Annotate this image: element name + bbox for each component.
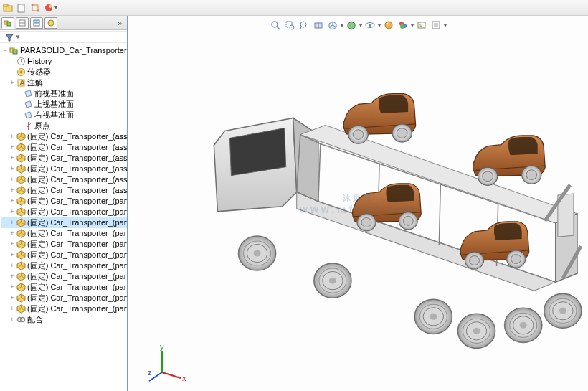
tree-item[interactable]: 右视基准面 [1, 110, 127, 121]
tree-item[interactable]: +(固定) Car_Transporter_(assembled [1, 185, 127, 196]
config-tab[interactable] [16, 17, 29, 29]
sketch-icon[interactable] [29, 1, 42, 14]
tree-label: (固定) Car_Transporter_(part30)<3 [27, 250, 127, 260]
display-tab[interactable] [44, 17, 57, 29]
twist-icon[interactable]: + [9, 217, 16, 228]
tree-item[interactable]: +(固定) Car_Transporter_(assembled [1, 131, 127, 142]
twist-icon[interactable]: + [9, 250, 16, 260]
separator [60, 2, 60, 14]
tree-item[interactable]: +(固定) Car_Transporter_(assembled [1, 164, 127, 174]
tree-item[interactable]: +(固定) Car_Transporter_(part30)<4 [1, 260, 127, 271]
feature-tree[interactable]: −PARASOLID_Car_Transporter (默认<显History传… [0, 44, 127, 391]
plane-icon [23, 100, 33, 110]
tree-item[interactable]: +(固定) Car_Transporter_(part13)<1 [1, 217, 127, 228]
part-icon [16, 143, 26, 153]
tree-item[interactable]: +(固定) Car_Transporter_(assembled [1, 153, 127, 164]
tree-item[interactable]: +(固定) Car_Transporter_(part30)<8 [1, 303, 127, 314]
mates-icon [16, 315, 26, 325]
color-icon[interactable] [42, 1, 55, 14]
part-icon [16, 250, 26, 260]
tree-item[interactable]: History [1, 56, 127, 67]
twist-icon[interactable]: + [9, 260, 16, 271]
tree-item[interactable]: +(固定) Car_Transporter_(part30)<3 [1, 250, 127, 260]
twist-icon[interactable]: + [9, 185, 16, 196]
twist-icon[interactable]: + [9, 77, 16, 88]
new-icon[interactable] [15, 1, 28, 14]
plane-icon [23, 89, 33, 99]
tree-label: (固定) Car_Transporter_(assembled [27, 185, 127, 196]
part-icon [16, 175, 26, 185]
tree-item[interactable]: +(固定) Car_Transporter_(part18)<2 [1, 207, 127, 217]
svg-rect-13 [34, 23, 39, 26]
tree-root[interactable]: −PARASOLID_Car_Transporter (默认<显 [1, 45, 127, 56]
plane-icon [23, 110, 33, 121]
tree-item[interactable]: 前视基准面 [1, 88, 127, 99]
twist-icon[interactable]: + [9, 142, 16, 153]
tree-item[interactable]: +(固定) Car_Transporter_(part30)<6 [1, 282, 127, 293]
tree-item[interactable]: 传感器 [1, 67, 127, 77]
tree-label: (固定) Car_Transporter_(part30)<7 [27, 293, 127, 303]
triad[interactable]: x y z [148, 345, 186, 384]
assembly-tab[interactable] [1, 17, 14, 29]
tree-item[interactable]: +(固定) Car_Transporter_(part18)<1 [1, 196, 127, 207]
history-icon [16, 57, 26, 67]
twist-icon[interactable]: + [9, 196, 16, 207]
part-icon [16, 229, 26, 239]
tree-item[interactable]: +(固定) Car_Transporter_(assembled [1, 142, 127, 153]
svg-line-55 [439, 184, 440, 245]
twist-icon[interactable]: + [9, 228, 16, 239]
twist-icon[interactable]: + [9, 153, 16, 164]
sidebar-tabs: » [0, 16, 127, 30]
tree-item[interactable]: +(固定) Car_Transporter_(part30)<1 [1, 228, 127, 239]
origin-icon [23, 121, 33, 131]
twist-icon[interactable]: + [9, 164, 16, 174]
twist-icon[interactable]: + [9, 293, 16, 303]
tree-item[interactable]: 原点 [1, 121, 127, 131]
svg-line-61 [162, 372, 181, 378]
part-icon [16, 154, 26, 164]
svg-point-14 [48, 20, 54, 26]
svg-rect-9 [7, 22, 11, 26]
svg-point-6 [45, 4, 52, 11]
assembly-icon [9, 46, 19, 56]
tree-item[interactable]: +(固定) Car_Transporter_(part30)<5 [1, 271, 127, 282]
tree-item[interactable]: +(固定) Car_Transporter_(assembled [1, 174, 127, 185]
twist-icon[interactable]: + [9, 239, 16, 250]
tree-label: (固定) Car_Transporter_(part30)<2 [27, 239, 127, 250]
part-icon [16, 218, 26, 228]
tree-label: (固定) Car_Transporter_(part30)<5 [27, 271, 127, 282]
twist-icon[interactable]: + [9, 303, 16, 314]
tree-item[interactable]: 上视基准面 [1, 99, 127, 110]
folder-icon[interactable] [1, 1, 14, 14]
viewport[interactable]: ▾ ▾ ▾ ▾ ▾ [128, 16, 588, 391]
svg-text:A: A [19, 78, 25, 87]
pin-icon[interactable]: » [114, 19, 125, 27]
property-tab[interactable] [30, 17, 43, 29]
twist-icon[interactable]: + [9, 131, 16, 142]
tree-label: (固定) Car_Transporter_(assembled [27, 174, 127, 185]
tree-item[interactable]: +A注解 [1, 77, 127, 88]
twist-icon[interactable]: + [9, 207, 16, 217]
tree-item[interactable]: +(固定) Car_Transporter_(part30)<2 [1, 239, 127, 250]
filter-row[interactable]: ▼ [0, 31, 127, 43]
chevron-down-icon[interactable]: ▾ [54, 4, 57, 11]
part-icon [16, 261, 26, 271]
filter-icon [4, 32, 14, 42]
svg-rect-16 [13, 50, 17, 54]
svg-rect-2 [18, 4, 24, 12]
twist-icon[interactable]: + [9, 282, 16, 293]
tree-label: (固定) Car_Transporter_(assembled [27, 142, 127, 153]
svg-point-7 [49, 5, 52, 8]
svg-point-19 [19, 71, 22, 74]
feature-tree-panel: » ▼ −PARASOLID_Car_Transporter (默认<显Hist… [0, 16, 128, 391]
twist-icon[interactable]: + [9, 314, 16, 325]
sidebar-toolbar: ▾ [0, 0, 588, 16]
part-icon [16, 240, 26, 250]
twist-icon[interactable]: − [1, 45, 9, 56]
tree-item[interactable]: +配合 [1, 314, 127, 325]
twist-icon[interactable]: + [9, 271, 16, 282]
svg-text:y: y [160, 345, 164, 351]
tree-item[interactable]: +(固定) Car_Transporter_(part30)<7 [1, 293, 127, 303]
tree-label: (固定) Car_Transporter_(part18)<2 [27, 207, 127, 217]
twist-icon[interactable]: + [9, 174, 16, 185]
